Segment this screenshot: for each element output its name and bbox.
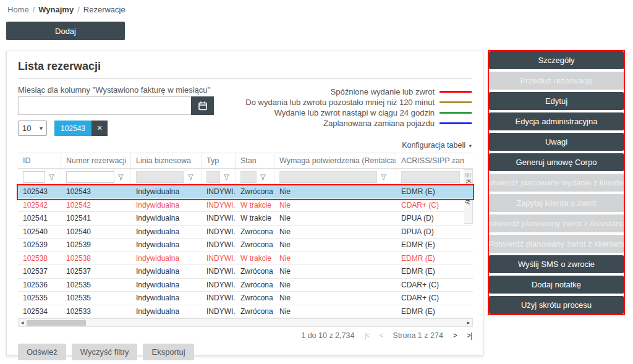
- table-cell-linia: Indywidualna: [131, 185, 202, 198]
- table-cell-stan: Zwrócona: [236, 292, 274, 305]
- table-row[interactable]: 102534102533IndywidualnaINDYWI...Zwrócon…: [18, 305, 473, 319]
- filter-funnel-icon[interactable]: [117, 174, 124, 180]
- table-cell-linia: Indywidualna: [131, 226, 202, 239]
- refresh-button[interactable]: Odśwież: [18, 344, 66, 360]
- action-button[interactable]: Szczegóły: [489, 51, 624, 69]
- action-button[interactable]: Generuj umowę Corpo: [489, 153, 624, 171]
- table-row[interactable]: 102541102541IndywidualnaINDYWI...W trakc…: [18, 212, 473, 226]
- filter-funnel-icon[interactable]: [260, 174, 266, 180]
- table-row[interactable]: 102540102540IndywidualnaINDYWI...Zwrócon…: [18, 226, 473, 239]
- first-page-button[interactable]: |<: [364, 331, 369, 340]
- table-cell-stan: Zwrócona: [236, 305, 274, 318]
- table-row[interactable]: 102538102538IndywidualnaINDYWI...W trakc…: [18, 252, 473, 266]
- action-button[interactable]: Dodaj notatkę: [489, 276, 624, 294]
- scroll-right-icon[interactable]: ►: [465, 320, 472, 326]
- action-button[interactable]: Użyj skrótu procesu: [489, 296, 624, 314]
- table-cell-numer: 102538: [61, 252, 131, 265]
- legend-color-line: [440, 122, 472, 124]
- filter-cell: [131, 169, 202, 185]
- table-row[interactable]: 102542102542IndywidualnaINDYWI...W trakc…: [18, 199, 473, 213]
- table-cell-id: 102543: [18, 185, 61, 198]
- filter-cell: [236, 169, 274, 185]
- table-row[interactable]: 102535102535IndywidualnaINDYWI...Zwrócon…: [18, 292, 473, 305]
- breadcrumb-rezerwacje[interactable]: Rezerwacje: [83, 5, 125, 14]
- filter-cell: [274, 169, 396, 185]
- clear-filters-button[interactable]: Wyczyść filtry: [72, 344, 138, 360]
- remove-filter-button[interactable]: ✕: [91, 121, 108, 136]
- filter-funnel-icon[interactable]: [223, 174, 230, 180]
- column-header[interactable]: Stan: [236, 153, 274, 168]
- month-filter: Miesiąc dla kolumny "Wystawiono fakturę …: [18, 79, 214, 136]
- column-header[interactable]: Numer rezerwacji: [61, 153, 131, 168]
- last-page-button[interactable]: >|: [467, 331, 472, 340]
- breadcrumb-separator: /: [77, 5, 80, 14]
- action-button[interactable]: Edycja administracyjna: [489, 112, 624, 130]
- legend-color-line: [440, 101, 472, 103]
- export-button[interactable]: Eksportuj: [143, 344, 193, 360]
- column-filter-input: [206, 171, 220, 183]
- horizontal-scrollbar[interactable]: ◄ ►: [18, 318, 473, 327]
- scrollbar-thumb[interactable]: [27, 320, 86, 326]
- next-page-button[interactable]: >: [453, 331, 457, 340]
- filter-funnel-icon[interactable]: [187, 174, 194, 180]
- action-button[interactable]: Wyślij SMS o zwrocie: [489, 255, 624, 273]
- action-button[interactable]: Edytuj: [489, 92, 624, 110]
- table-cell-typ: INDYWI...: [202, 305, 236, 318]
- table-cell-id: 102542: [18, 199, 61, 212]
- actions-sidebar: SzczegółyPrzedłuż rezerwacjęEdytujEdycja…: [488, 50, 625, 315]
- column-filter-input[interactable]: [66, 171, 114, 183]
- table-config-link[interactable]: Konfiguracja tabeli ▾: [402, 141, 472, 150]
- table-cell-numer: 102542: [61, 199, 131, 212]
- filter-and-legend-row: Miesiąc dla kolumny "Wystawiono fakturę …: [18, 79, 472, 136]
- column-header[interactable]: ACRISS/SIPP zamawiany: [396, 153, 464, 168]
- filter-funnel-icon[interactable]: [48, 174, 55, 180]
- page-title: Lista rezerwacji: [18, 60, 472, 73]
- legend: Spóźnione wydanie lub zwrotDo wydania lu…: [245, 87, 472, 136]
- table-footer-buttons: OdświeżWyczyść filtryEksportuj: [18, 344, 472, 360]
- prev-page-button[interactable]: <: [380, 331, 383, 340]
- table-cell-wymaga: Nie: [274, 185, 396, 198]
- action-button[interactable]: Uwagi: [489, 133, 624, 151]
- table-cell-linia: Indywidualna: [131, 265, 202, 278]
- legend-item: Wydanie lub zwrot nastąpi w ciągu 24 god…: [245, 108, 472, 118]
- table-cell-wymaga: Nie: [274, 226, 396, 239]
- table-row[interactable]: 102536102535IndywidualnaINDYWI...Zwrócon…: [18, 279, 473, 292]
- add-button[interactable]: Dodaj: [6, 22, 125, 40]
- table-row[interactable]: 102537102537IndywidualnaINDYWI...Zwrócon…: [18, 265, 473, 279]
- table-cell-typ: INDYWI...: [202, 212, 236, 225]
- column-filter-input: [401, 171, 460, 183]
- column-filter-input[interactable]: [23, 171, 45, 183]
- breadcrumb-separator: /: [33, 5, 35, 14]
- table-row[interactable]: 102539102539IndywidualnaINDYWI...Zwrócon…: [18, 239, 473, 252]
- page-size-select[interactable]: 10 ▾: [18, 121, 47, 136]
- table-cell-id: 102536: [18, 279, 61, 292]
- breadcrumb-home[interactable]: Home: [7, 5, 29, 14]
- action-button: Potwierdź planowany zwrot z Assistance: [489, 214, 624, 232]
- legend-label: Zaplanowana zamiana pojazdu: [323, 119, 435, 128]
- table-cell-linia: Indywidualna: [131, 279, 202, 292]
- calendar-button[interactable]: [191, 96, 214, 115]
- table-row[interactable]: 102543102543IndywidualnaINDYWI...Zwrócon…: [18, 185, 473, 199]
- column-header[interactable]: Typ: [202, 153, 236, 168]
- table-cell-numer: 102533: [61, 305, 131, 318]
- column-filter-input: [240, 171, 257, 183]
- column-header[interactable]: ID: [18, 153, 61, 168]
- table-cell-stan: Zwrócona: [236, 265, 274, 278]
- breadcrumb-wynajmy[interactable]: Wynajmy: [38, 5, 74, 14]
- table-cell-typ: INDYWI...: [202, 199, 236, 212]
- legend-item: Do wydania lub zwrotu pozostało mniej ni…: [245, 97, 472, 108]
- scroll-left-icon[interactable]: ◄: [19, 320, 26, 326]
- column-header[interactable]: Linia biznesowa: [131, 153, 202, 168]
- legend-label: Wydanie lub zwrot nastąpi w ciągu 24 god…: [274, 108, 435, 117]
- table-cell-numer: 102541: [61, 212, 131, 225]
- filter-funnel-icon[interactable]: [380, 174, 387, 180]
- table-cell-typ: INDYWI...: [202, 185, 236, 198]
- reservations-table: IDNumer rezerwacjiLinia biznesowaTypStan…: [18, 153, 473, 327]
- filter-cell: [61, 169, 131, 185]
- column-header[interactable]: Wymaga potwierdzenia (Rentalcars): [274, 153, 396, 168]
- table-cell-numer: 102543: [61, 185, 131, 198]
- table-cell-numer: 102537: [61, 265, 131, 278]
- calendar-icon: [198, 101, 208, 111]
- month-filter-input[interactable]: [18, 96, 191, 115]
- legend-color-line: [440, 112, 472, 114]
